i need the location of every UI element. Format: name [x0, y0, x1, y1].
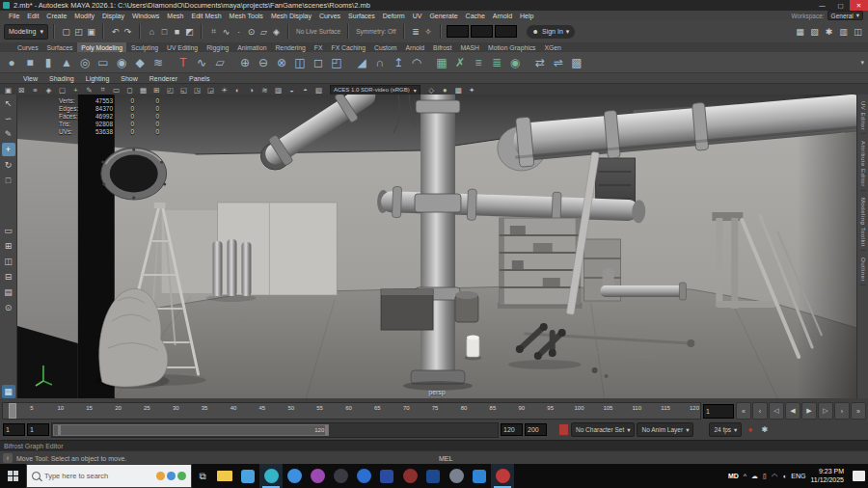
boolean-difference-icon[interactable]: ⊖	[255, 54, 272, 71]
poly-type-icon[interactable]: T	[175, 54, 192, 71]
illustrator-icon[interactable]	[375, 464, 398, 488]
search-avatar-icon[interactable]	[167, 472, 176, 480]
lasso-select-tool[interactable]: ∽	[2, 112, 15, 125]
mirror-icon[interactable]: ⇄	[531, 54, 549, 71]
redo-icon[interactable]: ↷	[122, 25, 134, 39]
input-field-3[interactable]	[495, 25, 517, 38]
sidebar-tab-outliner[interactable]: Outliner	[860, 255, 866, 285]
word-icon[interactable]	[468, 464, 491, 488]
play-backwards-button[interactable]: ◀	[785, 402, 800, 420]
battery-icon[interactable]: ▯	[763, 473, 767, 480]
outliner-toggle-icon[interactable]: ▦	[2, 385, 15, 398]
single-pane-layout-button[interactable]: ▭	[2, 224, 15, 237]
rotate-tool[interactable]: ↻	[2, 158, 15, 172]
workspace-select[interactable]: General ▾	[827, 11, 863, 20]
display-toggles-icon[interactable]: ◫	[852, 25, 864, 39]
shelf-tab-uv-editing[interactable]: UV Editing	[163, 42, 202, 52]
four-pane-layout-button[interactable]: ⊞	[2, 239, 15, 253]
separate-icon[interactable]: ◻	[310, 54, 327, 71]
field-chart-icon[interactable]: ⊞	[150, 85, 163, 95]
resolution-gate-icon[interactable]: ◻	[123, 85, 136, 95]
input-field-1[interactable]	[447, 25, 469, 38]
boolean-intersect-icon[interactable]: ⊗	[273, 54, 290, 71]
poly-disc-icon[interactable]: ◉	[113, 54, 130, 71]
lock-camera-icon[interactable]: ⊠	[15, 85, 28, 95]
image-plane-icon[interactable]: ▢	[56, 85, 68, 95]
step-back-key-button[interactable]: ‹	[752, 402, 768, 420]
offset-edge-loop-icon[interactable]: ≣	[488, 54, 505, 71]
volume-icon[interactable]: ◖	[782, 473, 786, 480]
close-button[interactable]: ✕	[850, 0, 868, 11]
viewport-panel[interactable]: Verts:4755300Edges:8437000Faces:4699200T…	[17, 95, 856, 398]
poly-torus-icon[interactable]: ◎	[76, 54, 94, 71]
shelf-tab-xgen[interactable]: XGen	[541, 42, 565, 52]
profile-badge[interactable]: MD	[728, 473, 739, 479]
film-gate-icon[interactable]: ▭	[110, 85, 122, 95]
open-scene-icon[interactable]: ◰	[72, 25, 85, 39]
menu-create[interactable]: Create	[42, 13, 70, 19]
select-highlight-icon[interactable]: ◩	[183, 25, 196, 39]
ipr-render-icon[interactable]: ▧	[808, 25, 821, 39]
current-frame-field[interactable]: 1	[703, 404, 734, 419]
boolean-union-icon[interactable]: ⊕	[236, 54, 254, 71]
microsoft-store-icon[interactable]	[236, 464, 259, 488]
pan-zoom-2d-icon[interactable]: +	[69, 85, 82, 95]
shelf-overflow-icon[interactable]: ▾	[860, 59, 868, 67]
start-button[interactable]	[0, 464, 26, 488]
animation-start-field[interactable]: 1	[3, 423, 25, 436]
viewport-scene[interactable]	[17, 95, 856, 398]
anim-preferences-icon[interactable]: ✱	[758, 423, 771, 436]
poly-platonic-icon[interactable]: ◆	[131, 54, 149, 71]
snap-to-curve-icon[interactable]: ∿	[220, 25, 232, 39]
target-weld-icon[interactable]: ◉	[506, 54, 524, 71]
animation-end-field[interactable]: 200	[525, 423, 547, 436]
shelf-tab-animation[interactable]: Animation	[233, 42, 270, 52]
menu-cache[interactable]: Cache	[462, 13, 489, 19]
construction-history-icon[interactable]: ✧	[422, 25, 435, 39]
notification-center-icon[interactable]	[853, 471, 865, 481]
colorspace-select[interactable]: ACES 1.0 SDR-video (sRGB) ▾	[330, 85, 420, 95]
shelf-tab-fx-caching[interactable]: FX Caching	[328, 42, 370, 52]
smooth-mesh-icon[interactable]: ◠	[408, 54, 425, 71]
maya-icon[interactable]	[259, 464, 283, 488]
current-frame-marker[interactable]	[9, 403, 16, 419]
chrome-icon[interactable]	[352, 464, 375, 488]
language-indicator[interactable]: ENG	[791, 473, 805, 479]
timeline-track[interactable]: 5101520253035404550556065707580859095100…	[2, 402, 701, 420]
xray-icon[interactable]: ▧	[312, 85, 325, 95]
poly-sphere-icon[interactable]: ●	[3, 54, 20, 71]
maximize-button[interactable]: ▢	[831, 0, 850, 11]
snap-to-projected-center-icon[interactable]: ⊙	[245, 25, 258, 39]
render-frame-icon[interactable]: ▦	[794, 25, 806, 39]
shelf-tab-poly-modeling[interactable]: Poly Modeling	[77, 42, 126, 52]
insert-edge-loop-icon[interactable]: ≡	[470, 54, 487, 71]
opera-icon[interactable]	[491, 464, 514, 488]
bevel-icon[interactable]: ◢	[353, 54, 370, 71]
snap-to-view-plane-icon[interactable]: ▱	[258, 25, 270, 39]
panel-menu-view[interactable]: View	[17, 75, 43, 82]
menu-set-select[interactable]: Modeling ▾	[4, 24, 48, 40]
range-track[interactable]: 1 120	[51, 422, 499, 438]
scale-tool[interactable]: □	[2, 174, 15, 187]
frame-selection-icon[interactable]: ◲	[204, 85, 217, 95]
playback-start-field[interactable]: 1	[27, 423, 49, 436]
panel-menu-show[interactable]: Show	[115, 75, 144, 82]
construction-plane-icon[interactable]: ▱	[211, 54, 229, 71]
select-hierarchy-icon[interactable]: ⌂	[146, 25, 158, 39]
poly-helix-icon[interactable]: ≋	[149, 54, 167, 71]
light-editor-icon[interactable]: ▥	[837, 25, 850, 39]
depth-of-field-icon[interactable]: ◒	[285, 85, 298, 95]
sweep-mesh-icon[interactable]: ∿	[193, 54, 210, 71]
menu-display[interactable]: Display	[98, 13, 128, 19]
menu-file[interactable]: File	[5, 13, 23, 19]
ambient-occlusion-icon[interactable]: ◑	[245, 85, 258, 95]
step-forward-frame-button[interactable]: ▷	[818, 402, 833, 420]
sidebar-tab-attribute-editor[interactable]: Attribute Editor	[860, 138, 866, 191]
poly-cube-icon[interactable]: ■	[21, 54, 39, 71]
shelf-tab-surfaces[interactable]: Surfaces	[43, 42, 77, 52]
set-key-icon[interactable]	[558, 423, 569, 436]
panel-menu-panels[interactable]: Panels	[183, 75, 215, 82]
file-explorer-icon[interactable]	[213, 464, 236, 488]
menu-edit-mesh[interactable]: Edit Mesh	[187, 13, 225, 19]
grid-icon[interactable]: ⌗	[96, 85, 109, 95]
